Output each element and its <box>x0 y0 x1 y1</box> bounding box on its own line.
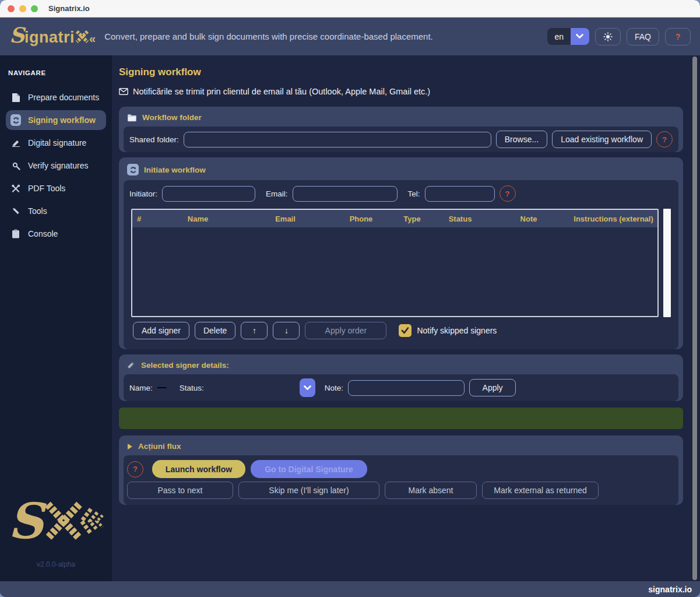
chevron-down-icon[interactable] <box>571 28 589 45</box>
app-tagline: Convert, prepare and bulk sign documents… <box>104 31 433 41</box>
shared-folder-label: Shared folder: <box>129 135 179 144</box>
mark-external-returned-button[interactable]: Mark external as returned <box>482 482 599 499</box>
column-header: Note <box>488 215 569 223</box>
signers-table-area: # Name Email Phone Type Status Note Inst… <box>131 209 671 317</box>
document-icon <box>10 93 21 103</box>
language-selector[interactable]: en <box>547 28 589 45</box>
titlebar: Signatrix.io <box>0 0 700 17</box>
sidebar-item-label: Digital signature <box>28 138 86 148</box>
skip-me-button[interactable]: Skip me (I'll sign later) <box>238 482 379 499</box>
sidebar-item-prepare-documents[interactable]: Prepare documents <box>6 87 106 107</box>
wrench-icon <box>10 207 21 216</box>
column-header: Status <box>432 215 488 223</box>
workflow-folder-title: Workflow folder <box>119 107 683 127</box>
sidebar-item-label: Signing workflow <box>28 115 96 125</box>
launch-workflow-button[interactable]: Launch workflow <box>152 460 245 478</box>
window-scrollbar[interactable] <box>692 57 697 580</box>
logo-s: S <box>9 26 24 44</box>
apply-signer-button[interactable]: Apply <box>469 379 516 396</box>
signers-table[interactable]: # Name Email Phone Type Status Note Inst… <box>131 209 659 317</box>
pen-icon <box>10 139 21 147</box>
move-down-button[interactable]: ↓ <box>273 322 300 339</box>
selected-signer-title: Selected signer details: <box>119 354 683 374</box>
add-signer-button[interactable]: Add signer <box>133 322 189 339</box>
sync-icon <box>10 114 21 126</box>
tel-input[interactable] <box>425 186 495 202</box>
signer-name-value: — <box>157 382 167 393</box>
tel-label: Tel: <box>408 189 420 198</box>
column-header: Email <box>240 215 330 223</box>
browse-button[interactable]: Browse... <box>496 131 547 148</box>
sidebar-item-digital-signature[interactable]: Digital signature <box>6 133 106 153</box>
mark-absent-button[interactable]: Mark absent <box>385 482 477 499</box>
status-chevron-down-icon[interactable] <box>300 378 315 397</box>
initiate-workflow-body: Initiator: Email: Tel: ? # Name <box>124 180 678 349</box>
load-existing-workflow-button[interactable]: Load existing workflow <box>552 131 652 148</box>
maximize-button[interactable] <box>31 5 38 12</box>
actions-help-button[interactable]: ? <box>127 461 143 477</box>
signer-status-label: Status: <box>180 384 204 392</box>
theme-toggle-button[interactable] <box>595 28 621 45</box>
move-up-button[interactable]: ↑ <box>241 322 268 339</box>
sync-icon <box>127 164 139 175</box>
secondary-actions-row: Pass to next Skip me (I'll sign later) M… <box>127 482 675 499</box>
sidebar-item-console[interactable]: Console <box>6 224 106 244</box>
column-header: Instructions (external) <box>569 215 657 223</box>
status-message-bar <box>119 408 683 429</box>
initiate-workflow-panel: Initiate workflow Initiator: Email: Tel:… <box>119 157 683 349</box>
initiator-label: Initiator: <box>129 189 157 198</box>
pass-to-next-button[interactable]: Pass to next <box>127 482 233 499</box>
initiate-help-button[interactable]: ? <box>500 185 516 202</box>
primary-actions-row: ? Launch workflow Go to Digital Signatur… <box>127 460 675 478</box>
initiator-input[interactable] <box>162 186 255 202</box>
notify-skipped-checkbox[interactable] <box>399 324 411 337</box>
folder-icon <box>127 114 137 122</box>
language-value: en <box>547 28 571 45</box>
app-header: Signatri « Convert, prepare and bulk sig… <box>0 17 700 55</box>
initiate-workflow-title: Initiate workflow <box>119 157 683 180</box>
actions-title: Acțiuni flux <box>119 436 683 455</box>
faq-button[interactable]: FAQ <box>627 28 659 45</box>
header-help-button[interactable]: ? <box>665 28 691 45</box>
sidebar-item-pdf-tools[interactable]: PDF Tools <box>6 178 106 198</box>
column-header: Phone <box>330 215 392 223</box>
brand-pixel-x-icon <box>43 500 104 543</box>
signer-buttons-row: Add signer Delete ↑ ↓ Apply order Notify… <box>129 322 673 345</box>
sidebar-item-signing-workflow[interactable]: Signing workflow <box>6 110 106 130</box>
signer-note-input[interactable] <box>348 380 465 396</box>
sidebar: NAVIGARE Prepare documents <box>0 55 112 581</box>
page-title: Signing workflow <box>119 66 700 78</box>
envelope-icon <box>119 88 128 95</box>
workflow-folder-help-button[interactable]: ? <box>656 131 673 148</box>
traffic-lights <box>0 5 38 12</box>
sidebar-item-tools[interactable]: Tools <box>6 201 106 221</box>
hammer-wrench-icon <box>10 184 21 193</box>
actions-body: ? Launch workflow Go to Digital Signatur… <box>124 455 678 505</box>
column-header: Type <box>392 215 432 223</box>
footer-brand: signatrix.io <box>648 585 692 594</box>
workflow-folder-panel: Workflow folder Shared folder: Browse...… <box>119 107 683 152</box>
shared-folder-input[interactable] <box>184 132 491 148</box>
close-button[interactable] <box>8 5 15 12</box>
delete-signer-button[interactable]: Delete <box>195 322 235 339</box>
window-title: Signatrix.io <box>48 4 90 13</box>
minimize-button[interactable] <box>19 5 26 12</box>
apply-order-button[interactable]: Apply order <box>305 322 386 339</box>
sidebar-item-label: Console <box>28 229 58 238</box>
signer-name-label: Name: <box>129 384 153 392</box>
email-input[interactable] <box>293 186 398 202</box>
brand-mark: S <box>0 500 112 543</box>
status-select[interactable] <box>209 378 295 397</box>
email-notice: Notificările se trimit prin clientul de … <box>119 87 700 96</box>
signers-table-header: # Name Email Phone Type Status Note Inst… <box>132 210 657 227</box>
table-scrollbar[interactable] <box>663 209 671 317</box>
email-label: Email: <box>266 189 288 198</box>
sun-icon <box>603 32 613 41</box>
initiator-row: Initiator: Email: Tel: ? <box>129 184 673 205</box>
sidebar-item-verify-signatures[interactable]: Verify signatures <box>6 156 106 175</box>
goto-digital-signature-button[interactable]: Go to Digital Signature <box>251 460 367 478</box>
workflow-folder-row: Shared folder: Browse... Load existing w… <box>124 127 678 152</box>
app-logo: Signatri « <box>9 26 94 47</box>
notify-skipped-label: Notify skipped signers <box>417 326 497 335</box>
sidebar-item-label: Verify signatures <box>28 161 89 170</box>
